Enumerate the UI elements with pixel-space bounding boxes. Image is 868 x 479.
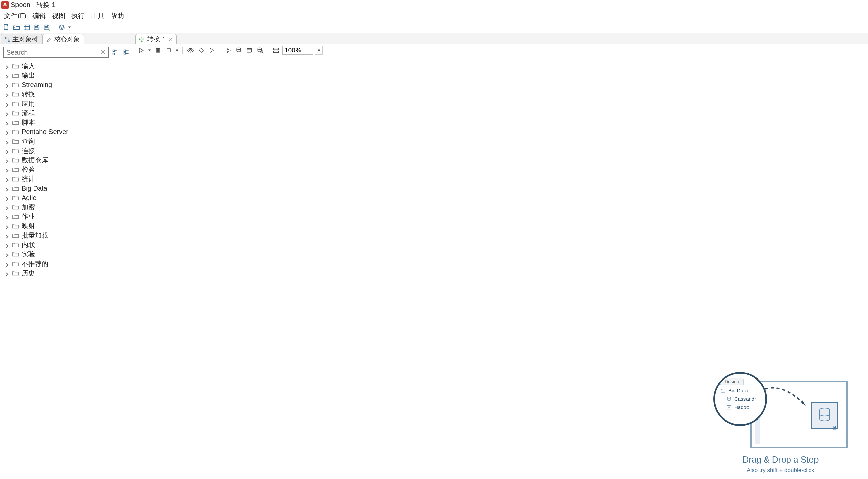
chevron-right-icon bbox=[5, 139, 9, 143]
tree-item[interactable]: Pentaho Server bbox=[0, 127, 134, 136]
tree-item-label: 查询 bbox=[22, 137, 35, 146]
folder-icon bbox=[12, 185, 19, 192]
tree-item[interactable]: 映射 bbox=[0, 221, 134, 231]
folder-icon bbox=[12, 251, 19, 258]
explore-db-button[interactable] bbox=[256, 46, 265, 55]
editor-tab-label: 转换 1 bbox=[147, 35, 165, 44]
tab-core-objects[interactable]: 核心对象 bbox=[42, 34, 84, 44]
tree-item-label: Big Data bbox=[22, 184, 48, 192]
chevron-right-icon bbox=[5, 252, 9, 256]
toolbar-separator bbox=[220, 47, 220, 54]
tree-item[interactable]: 实验 bbox=[0, 249, 134, 259]
search-input[interactable] bbox=[4, 48, 108, 57]
tree-item[interactable]: Big Data bbox=[0, 183, 134, 193]
zoom-dropdown[interactable] bbox=[315, 46, 323, 55]
tree-item[interactable]: 输入 bbox=[0, 61, 134, 71]
menu-view[interactable]: 视图 bbox=[49, 10, 68, 22]
tree-item[interactable]: 连接 bbox=[0, 146, 134, 155]
svg-rect-27 bbox=[274, 48, 279, 50]
stop-dropdown[interactable] bbox=[175, 46, 179, 55]
tree-item[interactable]: 查询 bbox=[0, 136, 134, 146]
canvas-toolbar bbox=[134, 44, 868, 57]
tree-item-label: 实验 bbox=[22, 250, 35, 259]
tree-item-label: Streaming bbox=[22, 81, 52, 89]
hint-design-tab: Design bbox=[720, 378, 744, 385]
impact-button[interactable] bbox=[234, 46, 243, 55]
chevron-right-icon bbox=[5, 101, 9, 106]
tree-item[interactable]: 不推荐的 bbox=[0, 259, 134, 268]
tree-item[interactable]: 数据仓库 bbox=[0, 155, 134, 165]
zoom-input[interactable] bbox=[282, 46, 313, 55]
tree-item[interactable]: 历史 bbox=[0, 268, 134, 278]
perspective-dropdown[interactable] bbox=[67, 23, 71, 32]
tree-item[interactable]: 流程 bbox=[0, 108, 134, 118]
collapse-all-button[interactable] bbox=[122, 48, 130, 57]
folder-icon bbox=[12, 194, 19, 201]
tree-item-label: 作业 bbox=[22, 212, 35, 221]
folder-icon bbox=[12, 147, 19, 154]
tree-item[interactable]: 转换 bbox=[0, 90, 134, 99]
hint-hadoop-label: Hadoo bbox=[734, 404, 749, 410]
database-icon bbox=[726, 396, 732, 402]
tab-main-tree-label: 主对象树 bbox=[12, 35, 38, 44]
save-button[interactable] bbox=[32, 23, 41, 32]
tree-item[interactable]: 加密 bbox=[0, 202, 134, 212]
tree-item[interactable]: 统计 bbox=[0, 174, 134, 183]
stop-button[interactable] bbox=[164, 46, 173, 55]
save-as-button[interactable] bbox=[42, 23, 51, 32]
run-dropdown[interactable] bbox=[147, 46, 151, 55]
tree-item[interactable]: 应用 bbox=[0, 99, 134, 108]
run-button[interactable] bbox=[137, 46, 145, 55]
expand-all-button[interactable] bbox=[112, 48, 120, 57]
folder-icon bbox=[12, 204, 19, 210]
tree-item[interactable]: 输出 bbox=[0, 71, 134, 80]
svg-point-30 bbox=[727, 397, 731, 398]
chevron-right-icon bbox=[5, 148, 9, 153]
folder-icon bbox=[12, 72, 19, 79]
design-canvas[interactable]: Design Big Data Cassandr bbox=[134, 57, 868, 479]
menu-edit[interactable]: 编辑 bbox=[30, 10, 49, 22]
verify-button[interactable] bbox=[223, 46, 232, 55]
debug-button[interactable] bbox=[197, 46, 206, 55]
folder-icon bbox=[12, 175, 19, 182]
preview-button[interactable] bbox=[186, 46, 195, 55]
chevron-right-icon bbox=[5, 167, 9, 172]
sql-button[interactable] bbox=[245, 46, 254, 55]
folder-icon bbox=[12, 138, 19, 144]
editor-tab-transform-1[interactable]: 转换 1 bbox=[135, 34, 177, 44]
menu-run[interactable]: 执行 bbox=[69, 10, 88, 22]
tree-item[interactable]: Agile bbox=[0, 193, 134, 202]
hint-cassandra-label: Cassandr bbox=[734, 396, 756, 402]
tree-icon bbox=[5, 37, 10, 42]
explore-button[interactable] bbox=[22, 23, 31, 32]
tree-item-label: 不推荐的 bbox=[22, 259, 49, 268]
replay-button[interactable] bbox=[208, 46, 216, 55]
tab-main-tree[interactable]: 主对象树 bbox=[1, 34, 42, 44]
tree-item[interactable]: 内联 bbox=[0, 240, 134, 249]
sidebar-tree[interactable]: 输入输出Streaming转换应用流程脚本Pentaho Server查询连接数… bbox=[0, 60, 134, 479]
svg-rect-18 bbox=[158, 48, 159, 53]
tree-item[interactable]: 作业 bbox=[0, 212, 134, 221]
tree-item-label: 脚本 bbox=[22, 118, 35, 127]
search-field[interactable] bbox=[3, 47, 109, 58]
tree-item[interactable]: Streaming bbox=[0, 80, 134, 90]
perspective-button[interactable] bbox=[57, 23, 66, 32]
clear-search-icon[interactable] bbox=[100, 49, 106, 56]
tree-item[interactable]: 脚本 bbox=[0, 118, 134, 127]
folder-icon bbox=[12, 128, 19, 135]
show-results-button[interactable] bbox=[272, 46, 280, 55]
chevron-right-icon bbox=[5, 82, 9, 87]
svg-rect-10 bbox=[8, 40, 10, 41]
open-file-button[interactable] bbox=[12, 23, 21, 32]
new-file-button[interactable] bbox=[2, 23, 11, 32]
menu-bar: 文件(F) 编辑 视图 执行 工具 帮助 bbox=[0, 10, 868, 22]
menu-file[interactable]: 文件(F) bbox=[1, 10, 29, 22]
close-tab-icon[interactable] bbox=[168, 37, 173, 42]
tree-item[interactable]: 批量加载 bbox=[0, 231, 134, 240]
menu-help[interactable]: 帮助 bbox=[108, 10, 127, 22]
pause-button[interactable] bbox=[153, 46, 162, 55]
chevron-right-icon bbox=[5, 92, 9, 97]
tree-item[interactable]: 检验 bbox=[0, 165, 134, 174]
menu-tools[interactable]: 工具 bbox=[88, 10, 107, 22]
chevron-right-icon bbox=[5, 111, 9, 115]
